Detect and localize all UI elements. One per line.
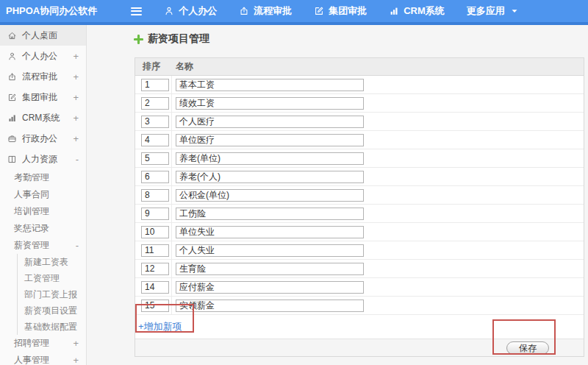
order-input[interactable] <box>141 226 169 238</box>
order-input[interactable] <box>141 171 169 183</box>
order-input[interactable] <box>141 300 169 312</box>
order-cell <box>135 260 172 277</box>
hamburger-menu-icon[interactable] <box>128 4 145 18</box>
sidebar-sub-item[interactable]: 人事合同 <box>0 186 86 203</box>
sidebar-sub-item[interactable]: 考勤管理 <box>0 169 86 186</box>
table-row <box>135 260 584 278</box>
name-input[interactable] <box>176 152 364 165</box>
name-input[interactable] <box>176 226 364 238</box>
sidebar-subsub-group: 新建工资表工资管理部门工资上报薪资项目设置基础数据配置 <box>17 254 86 335</box>
name-input[interactable] <box>176 281 364 294</box>
order-input[interactable] <box>141 281 169 294</box>
flow-icon <box>239 6 249 16</box>
name-input[interactable] <box>176 171 364 183</box>
nav-item[interactable]: 更多应用 <box>467 4 520 18</box>
order-input[interactable] <box>141 263 169 275</box>
order-input[interactable] <box>141 208 169 220</box>
edit-icon <box>314 6 324 16</box>
sidebar-sub-item-label: 培训管理 <box>14 205 49 218</box>
sidebar-sub-item-label: 人事合同 <box>14 188 49 201</box>
order-cell <box>135 113 172 130</box>
expand-plus-icon: + <box>73 339 79 348</box>
name-input[interactable] <box>176 79 364 91</box>
order-cell <box>135 131 172 149</box>
app-logo: PHPOA协同办公软件 <box>6 4 97 18</box>
sidebar-subsub-item[interactable]: 新建工资表 <box>18 254 86 270</box>
add-new-item-link[interactable]: +增加新项 <box>138 320 182 333</box>
expand-plus-icon: + <box>73 134 79 143</box>
table-row <box>135 149 584 168</box>
order-input[interactable] <box>141 152 169 165</box>
order-input[interactable] <box>141 116 169 128</box>
sidebar-item[interactable]: 集团审批+ <box>0 87 86 107</box>
sidebar-sub-item[interactable]: 奖惩记录 <box>0 220 86 237</box>
sidebar-sub-item[interactable]: 薪资管理- <box>0 237 86 254</box>
nav-item-label: 流程审批 <box>254 4 292 18</box>
name-input[interactable] <box>176 208 364 220</box>
top-header: PHPOA协同办公软件 个人办公流程审批集团审批CRM系统更多应用 <box>0 0 588 25</box>
sidebar-item[interactable]: 个人办公+ <box>0 46 86 66</box>
sidebar-subsub-item[interactable]: 部门工资上报 <box>18 286 86 302</box>
nav-item[interactable]: 流程审批 <box>239 4 292 18</box>
name-input[interactable] <box>176 189 364 202</box>
user-icon <box>7 52 17 61</box>
table-row <box>135 241 584 260</box>
sidebar-sub-item-label: 考勤管理 <box>14 171 49 184</box>
table-row <box>135 94 584 113</box>
order-input[interactable] <box>141 189 169 202</box>
order-cell <box>135 223 172 241</box>
name-input[interactable] <box>176 97 364 110</box>
sidebar-subsub-item-label: 工资管理 <box>24 272 60 285</box>
column-header-order: 排序 <box>135 60 172 73</box>
top-nav: 个人办公流程审批集团审批CRM系统更多应用 <box>164 4 520 18</box>
nav-item[interactable]: CRM系统 <box>389 4 445 18</box>
order-cell <box>135 94 172 112</box>
name-input[interactable] <box>176 244 364 257</box>
save-button[interactable]: 保存 <box>506 341 549 355</box>
nav-item[interactable]: 集团审批 <box>314 4 367 18</box>
sidebar-subsub-item[interactable]: 工资管理 <box>18 270 86 286</box>
order-input[interactable] <box>141 79 169 91</box>
sidebar-item[interactable]: 流程审批+ <box>0 66 86 87</box>
sidebar-item[interactable]: 个人桌面 <box>0 25 86 46</box>
name-input[interactable] <box>176 300 364 312</box>
add-icon <box>134 35 143 44</box>
sidebar-item[interactable]: 行政办公+ <box>0 128 86 149</box>
home-icon <box>7 31 17 40</box>
order-input[interactable] <box>141 134 169 146</box>
order-cell <box>135 168 172 185</box>
order-input[interactable] <box>141 244 169 257</box>
column-header-name: 名称 <box>172 60 193 73</box>
table-row <box>135 113 584 131</box>
name-input[interactable] <box>176 116 364 128</box>
briefcase-icon <box>7 134 17 143</box>
sidebar-item[interactable]: CRM系统+ <box>0 107 86 128</box>
order-cell <box>135 241 172 259</box>
nav-item[interactable]: 个人办公 <box>164 4 217 18</box>
chart-icon <box>7 113 17 123</box>
expand-plus-icon: + <box>73 93 79 102</box>
sidebar-sub-item[interactable]: 招聘管理+ <box>0 335 86 352</box>
sidebar-item[interactable]: 人力资源- <box>0 149 86 169</box>
sidebar-subsub-item[interactable]: 基础数据配置 <box>18 319 86 335</box>
sidebar-item-label: 个人桌面 <box>22 29 57 42</box>
sidebar-sub-item[interactable]: 培训管理 <box>0 203 86 220</box>
table-row <box>135 223 584 241</box>
sidebar-subsub-item[interactable]: 薪资项目设置 <box>18 302 86 319</box>
order-cell <box>135 186 172 204</box>
table-row <box>135 131 584 149</box>
order-cell <box>135 278 172 296</box>
sidebar-item-label: 集团审批 <box>22 91 57 104</box>
sidebar: 个人桌面个人办公+流程审批+集团审批+CRM系统+行政办公+人力资源-考勤管理人… <box>0 25 87 365</box>
nav-item-label: 集团审批 <box>329 4 367 18</box>
expand-plus-icon: + <box>73 355 79 365</box>
order-input[interactable] <box>141 97 169 110</box>
sidebar-sub-item[interactable]: 人事管理+ <box>0 352 86 365</box>
table-row <box>135 278 584 297</box>
table-row <box>135 76 584 94</box>
expand-plus-icon: + <box>73 113 79 123</box>
main-content: 薪资项目管理 排序 名称 +增加新项 保存 <box>87 25 588 365</box>
name-input[interactable] <box>176 263 364 275</box>
name-input[interactable] <box>176 134 364 146</box>
sidebar-sub-item-label: 奖惩记录 <box>14 222 49 235</box>
